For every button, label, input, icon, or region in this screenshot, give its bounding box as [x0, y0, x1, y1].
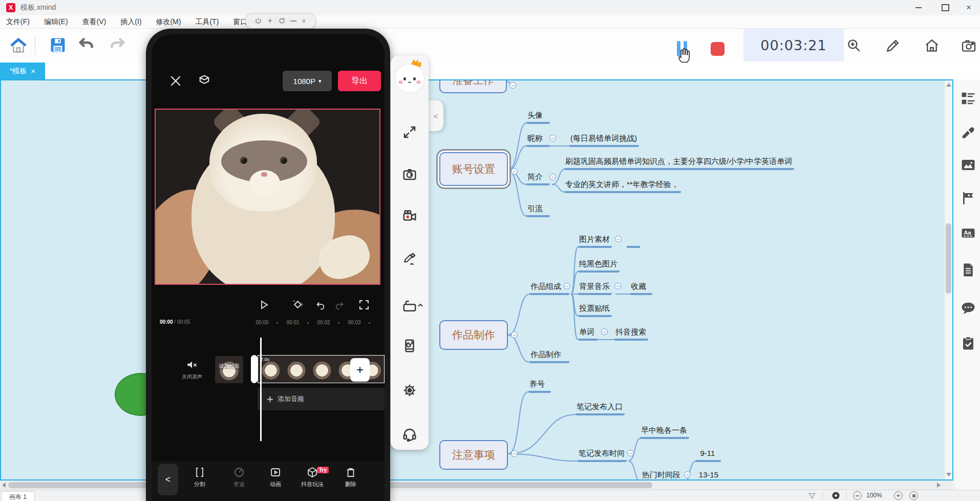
play-button[interactable]: [258, 299, 270, 311]
topic-black-image[interactable]: 纯黑色图片: [578, 259, 620, 273]
clip-trim-handle[interactable]: [251, 355, 258, 383]
topic-intro[interactable]: 简介: [526, 172, 550, 185]
editor-undo-icon[interactable]: [315, 300, 326, 311]
add-audio-row[interactable]: 添加音频: [258, 388, 385, 410]
topic-three-daily[interactable]: 早中晚各一条: [640, 425, 689, 439]
topic-note-time[interactable]: 笔记发布时间: [578, 448, 627, 462]
refresh-icon[interactable]: [279, 17, 285, 24]
menu-tools[interactable]: 工具(T): [195, 17, 219, 27]
fit-view-button[interactable]: [909, 491, 918, 500]
home-button[interactable]: [9, 36, 28, 54]
topic-avatar[interactable]: 头像: [526, 110, 550, 124]
close-button[interactable]: ×: [957, 0, 980, 15]
pill-minimize-icon[interactable]: [290, 20, 296, 22]
sparkle-icon[interactable]: [267, 17, 273, 24]
mindmap-canvas[interactable]: 准备工作 账号设置 作品制作 注意事项 头像 昵称 (每日易错单词挑战) 简介 …: [0, 79, 953, 481]
zoom-button[interactable]: [846, 37, 862, 54]
outline-panel-icon[interactable]: [961, 91, 976, 106]
playhead[interactable]: [260, 338, 262, 441]
editor-close-icon[interactable]: [169, 74, 182, 88]
topic-douyin-search[interactable]: 抖音搜索: [614, 327, 648, 341]
add-clip-button[interactable]: +: [350, 358, 370, 382]
vertical-scrollbar[interactable]: [944, 80, 952, 479]
collapse-badge-note-time[interactable]: −: [627, 450, 634, 456]
tutorial-cube-icon[interactable]: [197, 73, 211, 88]
topic-notice[interactable]: 注意事项: [439, 440, 508, 470]
video-clip[interactable]: 7.0s +: [258, 355, 385, 383]
gear-icon[interactable]: [402, 383, 417, 398]
camera-icon[interactable]: [402, 166, 417, 182]
minimize-button[interactable]: [907, 0, 930, 15]
collapse-badge-composition[interactable]: −: [564, 283, 570, 289]
topic-slot-noon[interactable]: 13-15: [696, 470, 722, 481]
redo-button[interactable]: [109, 36, 126, 54]
editor-back-button[interactable]: <: [158, 464, 178, 495]
topic-word[interactable]: 单词: [578, 327, 598, 341]
menu-view[interactable]: 查看(V): [82, 17, 106, 27]
topic-bgm[interactable]: 背景音乐: [578, 281, 612, 295]
keyframe-icon[interactable]: [292, 299, 304, 311]
phone-sleep-icon[interactable]: [402, 338, 417, 353]
douyin-effects-button[interactable]: 抖音玩法 Try: [297, 466, 328, 488]
set-cover-thumb[interactable]: 设置封面: [215, 356, 243, 383]
tab-template[interactable]: *模板 ×: [0, 62, 45, 79]
collapse-badge-production[interactable]: −: [511, 331, 518, 338]
undo-button[interactable]: [78, 36, 95, 54]
collapse-badge-prepare[interactable]: −: [509, 82, 516, 89]
horizontal-scrollbar[interactable]: [0, 481, 953, 490]
comments-icon[interactable]: [961, 300, 976, 316]
mute-original-label[interactable]: 关闭原声: [177, 373, 207, 381]
brush-icon[interactable]: [402, 251, 417, 266]
filter-icon[interactable]: [808, 492, 816, 500]
caret-up-icon[interactable]: [417, 302, 423, 308]
delete-button[interactable]: 删除: [335, 466, 366, 488]
topic-production-child[interactable]: 作品制作: [529, 349, 569, 363]
image-panel-icon[interactable]: [961, 157, 976, 173]
sidebar-collapse-button[interactable]: <: [428, 100, 443, 131]
topic-favorite[interactable]: 收藏: [630, 281, 652, 295]
scroll-left-icon[interactable]: [2, 483, 6, 488]
pin-toggle-icon[interactable]: [832, 491, 840, 500]
power-icon[interactable]: [255, 17, 262, 24]
scroll-up-icon[interactable]: [946, 83, 951, 87]
collapse-badge-nickname[interactable]: −: [549, 135, 556, 141]
split-button[interactable]: 分割: [184, 466, 215, 488]
notes-icon[interactable]: [961, 262, 976, 278]
scroll-right-icon[interactable]: [937, 483, 941, 488]
label-aa-icon[interactable]: Aa: [961, 225, 976, 241]
maximize-button[interactable]: [934, 0, 956, 15]
keyboard-icon[interactable]: [402, 299, 417, 314]
topic-composition[interactable]: 作品组成: [529, 281, 569, 295]
export-button[interactable]: 导出: [338, 71, 381, 91]
collapse-badge-notice[interactable]: −: [511, 450, 518, 457]
zoom-in-button[interactable]: [894, 491, 903, 500]
topic-nickname-note[interactable]: (每日易错单词挑战): [569, 133, 639, 147]
speed-button[interactable]: 变速: [224, 466, 254, 488]
topic-nickname[interactable]: 昵称: [526, 133, 550, 147]
topic-account-settings[interactable]: 账号设置: [439, 152, 508, 186]
mute-original-icon[interactable]: [185, 358, 199, 371]
collapse-badge-bgm[interactable]: −: [614, 283, 621, 289]
zoom-out-button[interactable]: [853, 491, 862, 500]
vertical-scroll-thumb[interactable]: [946, 223, 951, 294]
collapse-badge-image-material[interactable]: −: [615, 236, 622, 242]
video-preview[interactable]: [155, 109, 380, 285]
topic-nurture[interactable]: 养号: [528, 379, 551, 393]
headset-icon[interactable]: [402, 427, 417, 442]
pill-close-icon[interactable]: ×: [302, 16, 306, 25]
menu-insert[interactable]: 插入(I): [120, 17, 141, 27]
animation-button[interactable]: 动画: [260, 466, 291, 488]
recorder-home-button[interactable]: [924, 37, 940, 54]
collapse-badge-word[interactable]: −: [601, 328, 608, 335]
save-button[interactable]: [49, 36, 67, 54]
menu-file[interactable]: 文件(F): [6, 17, 30, 27]
sheet-tab[interactable]: 画布 1: [1, 491, 35, 501]
record-video-icon[interactable]: [402, 208, 417, 224]
collapse-badge-hot-slot[interactable]: −: [684, 471, 691, 478]
menu-modify[interactable]: 修改(M): [156, 17, 181, 27]
topic-production[interactable]: 作品制作: [439, 320, 508, 350]
topic-drain[interactable]: 引流: [526, 203, 550, 217]
screenshot-camera-button[interactable]: [961, 37, 977, 54]
topic-image-material[interactable]: 图片素材: [578, 234, 612, 248]
collapse-badge-account[interactable]: −: [511, 168, 518, 175]
